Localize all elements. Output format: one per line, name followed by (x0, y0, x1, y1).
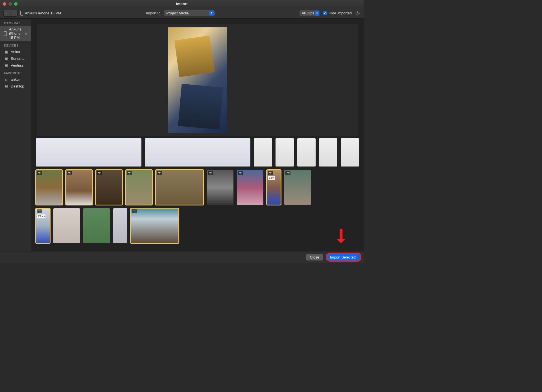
sidebar-item-device-ventura[interactable]: ▣ Ventura (0, 62, 31, 69)
sidebar-section-header: FAVORITES (0, 69, 31, 76)
thumbnail[interactable] (113, 208, 127, 243)
eject-icon[interactable]: ⏏ (25, 32, 27, 35)
import-to-label: Import to: (146, 11, 161, 15)
thumbnail[interactable]: 📷7.9s (267, 170, 281, 205)
thumbnail[interactable] (254, 138, 272, 167)
thumbnail[interactable]: 📷 (96, 170, 122, 205)
thumbnail[interactable]: 📷 (131, 208, 179, 243)
camera-badge-icon: 📷 (37, 209, 42, 213)
camera-badge-icon: 📷 (127, 171, 132, 175)
minimize-window-button[interactable] (8, 2, 12, 6)
desktop-icon: 🖥 (4, 84, 8, 88)
sidebar-item-label: ankur (11, 77, 20, 82)
current-device-label: Ankur's iPhone 15 PM (25, 11, 61, 15)
sidebar-item-fav-desktop[interactable]: 🖥 Desktop (0, 83, 31, 89)
thumbnail[interactable] (53, 208, 80, 243)
camera-badge-icon: 📷 (37, 171, 42, 175)
thumbnail[interactable] (297, 138, 316, 167)
clips-filter-value: All Clips (302, 11, 314, 15)
camera-badge-icon: 📷 (132, 209, 137, 213)
thumbnail[interactable] (319, 138, 337, 167)
thumbnail[interactable]: 📷 (36, 170, 62, 205)
sidebar-item-label: Desktop (11, 84, 24, 88)
sidebar: CAMERAS Ankur's iPhone 15 PM ⏏ DEVICES ▣… (0, 19, 31, 251)
duration-badge: 19.7s (37, 214, 45, 218)
sidebar-item-label: Sonoma (11, 56, 24, 61)
thumbnail[interactable]: 📷 (207, 170, 233, 205)
sidebar-item-fav-ankur[interactable]: ⌂ ankur (0, 76, 31, 83)
nav-buttons: ‹ › (3, 10, 18, 17)
gear-icon[interactable] (355, 11, 360, 16)
back-button[interactable]: ‹ (4, 10, 10, 16)
dropdown-icon (315, 11, 319, 16)
import-to-control: Import to: Project Media (146, 10, 215, 16)
phone-icon (20, 11, 23, 16)
thumbnail[interactable]: 📷 (156, 170, 204, 205)
footer: Close Import Selected (0, 251, 364, 263)
thumbnail[interactable]: 📷19.7s (36, 208, 50, 243)
duration-badge: 7.9s (268, 176, 275, 180)
window-title: Import (176, 2, 187, 6)
thumbnail[interactable] (276, 138, 294, 167)
camera-badge-icon: 📷 (97, 171, 102, 175)
camera-badge-icon: 📷 (268, 171, 273, 175)
drive-icon: ▣ (4, 49, 8, 54)
thumbnail[interactable] (145, 138, 250, 167)
sidebar-item-camera-iphone[interactable]: Ankur's iPhone 15 PM ⏏ (0, 26, 31, 41)
dropdown-icon (209, 11, 214, 16)
import-to-select[interactable]: Project Media (164, 10, 215, 16)
close-window-button[interactable] (3, 2, 6, 6)
preview-pane (37, 24, 358, 136)
toolbar: ‹ › Ankur's iPhone 15 PM Import to: Proj… (0, 8, 364, 19)
traffic-lights (3, 2, 18, 6)
svg-point-0 (357, 12, 359, 14)
thumbnail[interactable]: 📷 (237, 170, 263, 205)
sidebar-item-device-sonoma[interactable]: ▣ Sonoma (0, 55, 31, 62)
import-to-value: Project Media (166, 11, 189, 15)
thumbnail[interactable] (83, 208, 110, 243)
content: CAMERAS Ankur's iPhone 15 PM ⏏ DEVICES ▣… (0, 19, 364, 251)
camera-badge-icon: 📷 (67, 171, 72, 175)
hide-imported-label: Hide Imported (329, 11, 352, 15)
toolbar-right: All Clips ✓ Hide Imported (300, 10, 360, 16)
preview-image (168, 27, 227, 133)
home-icon: ⌂ (4, 77, 8, 82)
forward-button[interactable]: › (10, 10, 17, 16)
titlebar: Import (0, 0, 364, 8)
sidebar-item-label: Ankur's iPhone 15 PM (9, 27, 22, 40)
current-device: Ankur's iPhone 15 PM (20, 11, 61, 16)
camera-badge-icon: 📷 (285, 171, 290, 175)
main-area: 📷📷📷📷📷📷📷📷7.9s📷 📷19.7s📷 (31, 19, 364, 251)
thumbnail[interactable]: 📷 (284, 170, 311, 205)
camera-badge-icon: 📷 (238, 171, 243, 175)
sidebar-item-label: Ventura (11, 63, 23, 67)
drive-icon: ▣ (4, 63, 8, 67)
phone-icon (4, 31, 7, 36)
close-button[interactable]: Close (306, 254, 323, 260)
hide-imported-checkbox[interactable]: ✓ Hide Imported (323, 11, 352, 15)
camera-badge-icon: 📷 (208, 171, 213, 175)
sidebar-section-header: CAMERAS (0, 19, 31, 26)
thumbnail[interactable] (36, 138, 141, 167)
thumbnail[interactable]: 📷 (66, 170, 92, 205)
thumbnails-grid: 📷📷📷📷📷📷📷📷7.9s📷 📷19.7s📷 (31, 137, 364, 251)
drive-icon: ▣ (4, 56, 8, 61)
clips-filter-select[interactable]: All Clips (300, 10, 320, 16)
sidebar-section-header: DEVICES (0, 41, 31, 48)
thumbnail[interactable]: 📷 (126, 170, 152, 205)
fullscreen-window-button[interactable] (14, 2, 18, 6)
sidebar-item-device-ankur[interactable]: ▣ Ankur (0, 48, 31, 55)
checkbox-icon: ✓ (323, 11, 327, 15)
camera-badge-icon: 📷 (157, 171, 162, 175)
thumbnail[interactable] (341, 138, 359, 167)
import-selected-button[interactable]: Import Selected (326, 254, 360, 260)
sidebar-item-label: Ankur (11, 50, 20, 54)
